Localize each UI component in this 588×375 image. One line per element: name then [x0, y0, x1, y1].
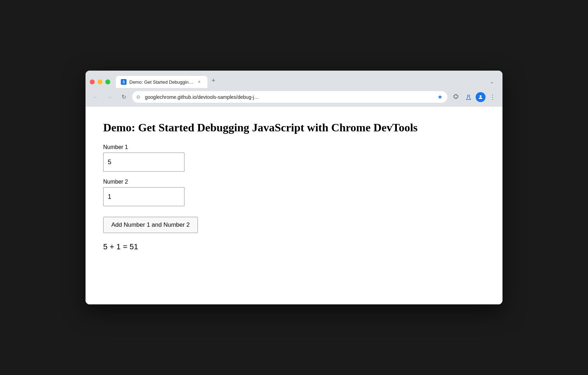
number1-group: Number 1: [103, 144, 485, 172]
lab-button[interactable]: [463, 91, 474, 103]
number1-input[interactable]: [103, 153, 184, 172]
extensions-button[interactable]: [450, 91, 461, 103]
page-title: Demo: Get Started Debugging JavaScript w…: [103, 121, 485, 134]
add-button[interactable]: Add Number 1 and Number 2: [103, 217, 198, 233]
address-bar-row: ← → ↻ ⊙ googlechrome.github.io/devtools-…: [86, 88, 502, 106]
result-text: 5 + 1 = 51: [103, 242, 485, 251]
chrome-menu-button[interactable]: ⋮: [487, 91, 498, 103]
number2-group: Number 2: [103, 179, 485, 206]
profile-button[interactable]: [476, 92, 486, 102]
forward-button[interactable]: →: [104, 91, 115, 103]
active-tab[interactable]: S Demo: Get Started Debuggin… ×: [116, 76, 207, 88]
number2-label: Number 2: [103, 179, 485, 185]
traffic-lights: [90, 79, 110, 88]
toolbar-icons: ⋮: [450, 91, 498, 103]
number1-label: Number 1: [103, 144, 485, 150]
reload-button[interactable]: ↻: [118, 91, 129, 103]
number2-input[interactable]: [103, 187, 184, 206]
page-content: Demo: Get Started Debugging JavaScript w…: [86, 107, 502, 304]
minimize-traffic-light[interactable]: [98, 79, 102, 84]
tab-title: Demo: Get Started Debuggin…: [129, 79, 193, 85]
bookmark-icon[interactable]: ★: [437, 94, 442, 100]
tab-bar: S Demo: Get Started Debuggin… × + ⌄: [86, 71, 502, 88]
back-button[interactable]: ←: [90, 91, 101, 103]
tab-dropdown-button[interactable]: ⌄: [486, 76, 498, 88]
maximize-traffic-light[interactable]: [105, 79, 110, 84]
tab-close-button[interactable]: ×: [196, 79, 202, 85]
new-tab-button[interactable]: +: [207, 74, 220, 88]
close-traffic-light[interactable]: [90, 79, 95, 84]
address-bar[interactable]: googlechrome.github.io/devtools-samples/…: [132, 91, 447, 103]
tab-favicon: S: [121, 79, 127, 85]
browser-window: S Demo: Get Started Debuggin… × + ⌄ ← → …: [86, 71, 502, 304]
address-bar-container: ⊙ googlechrome.github.io/devtools-sample…: [132, 91, 447, 103]
browser-chrome: S Demo: Get Started Debuggin… × + ⌄ ← → …: [86, 71, 502, 107]
url-text: googlechrome.github.io/devtools-samples/…: [145, 94, 259, 100]
svg-point-1: [480, 95, 481, 97]
